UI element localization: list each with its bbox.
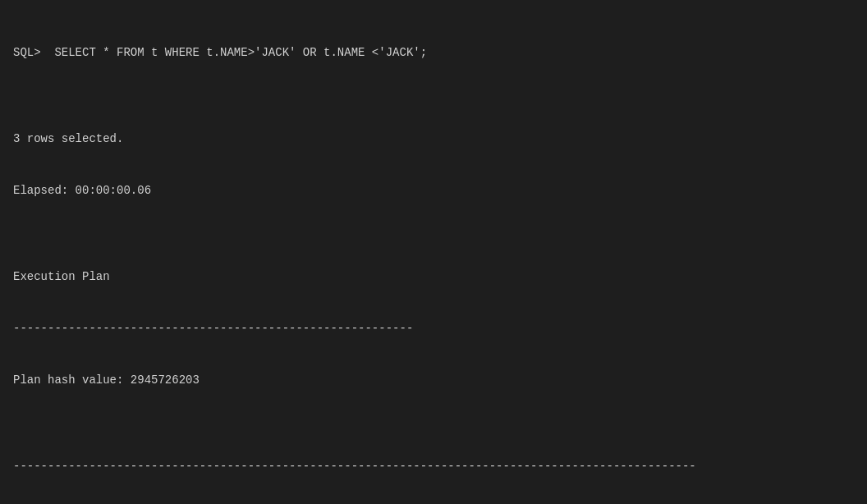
separator-line-1: ----------------------------------------… [13, 320, 854, 337]
plan-hash-line: Plan hash value: 2945726203 [13, 372, 854, 389]
exec-plan-title-line: Execution Plan [13, 268, 854, 286]
table-sep-top: ----------------------------------------… [13, 458, 854, 475]
sql-prompt-line: SQL> SELECT * FROM t WHERE t.NAME>'JACK'… [13, 44, 854, 62]
rows-selected-line: 3 rows selected. [13, 131, 854, 148]
elapsed-line: Elapsed: 00:00:00.06 [13, 182, 854, 199]
terminal-output: SQL> SELECT * FROM t WHERE t.NAME>'JACK'… [13, 10, 854, 504]
